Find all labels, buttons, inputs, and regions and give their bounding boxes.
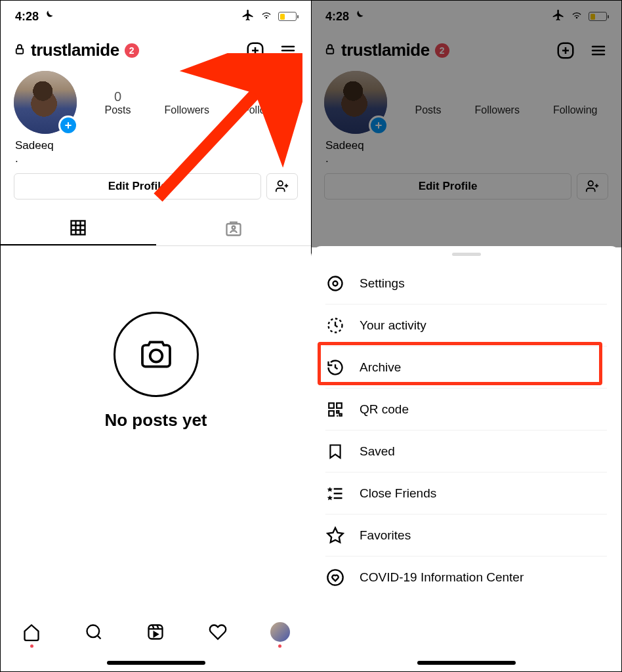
sheet-handle[interactable] [452,253,481,256]
home-indicator [417,661,516,665]
svg-rect-17 [337,403,342,408]
star-icon [325,526,345,545]
menu-close-friends[interactable]: Close Friends [325,472,607,514]
archive-icon [325,358,345,377]
grid-icon [69,219,87,240]
phone-screenshot-left: 4:28 trustlamide 2 [1,1,311,671]
battery-icon [278,12,297,21]
no-posts-label: No posts yet [104,410,207,430]
display-name: Sadeeq [1,134,311,152]
bookmark-icon [325,442,345,461]
svg-rect-16 [329,403,334,408]
svg-point-5 [232,226,235,230]
qr-icon [325,400,345,419]
dim-overlay[interactable] [311,1,621,247]
clock-icon [325,316,345,335]
menu-saved[interactable]: Saved [325,430,607,472]
profile-header: trustlamide 2 [1,32,311,64]
home-indicator [107,661,205,665]
gear-icon [325,274,345,293]
menu-your-activity[interactable]: Your activity [325,304,607,346]
svg-point-19 [327,570,342,585]
svg-rect-8 [149,625,163,639]
nav-reels[interactable] [145,621,166,642]
camera-icon [114,312,199,397]
menu-settings[interactable]: Settings [325,262,607,304]
posts-stat[interactable]: 0 Posts [104,89,131,116]
list-star-icon [325,484,345,503]
edit-profile-button[interactable]: Edit Profile [14,173,261,200]
svg-point-13 [329,276,342,290]
notification-badge: 2 [125,43,139,58]
nav-avatar-icon [270,622,290,642]
nav-search[interactable] [83,621,104,642]
nav-profile[interactable] [270,621,291,642]
wifi-icon [260,10,273,24]
menu-button[interactable] [278,41,298,60]
discover-people-button[interactable] [266,173,298,200]
add-story-icon [58,116,78,135]
username-label: trustlamide [31,40,119,60]
svg-point-14 [333,281,338,285]
create-button[interactable] [245,41,265,60]
menu-sheet: Settings Your activity Archive [311,246,621,671]
avatar[interactable] [14,71,77,134]
status-time: 4:28 [15,10,39,24]
nav-activity[interactable] [207,621,228,642]
tagged-icon [224,219,243,240]
menu-archive[interactable]: Archive [325,346,607,388]
menu-covid[interactable]: COVID-19 Information Center [325,556,607,598]
svg-rect-18 [329,411,334,416]
nav-home[interactable] [21,621,42,642]
following-stat[interactable]: Following [243,89,287,116]
followers-stat[interactable]: Followers [164,89,209,116]
svg-point-6 [150,350,162,362]
menu-favorites[interactable]: Favorites [325,514,607,556]
bottom-nav [1,612,311,671]
svg-point-2 [278,181,283,186]
svg-rect-0 [16,49,24,54]
heart-circle-icon [325,568,345,587]
tab-tagged[interactable] [156,214,312,245]
svg-point-7 [87,625,99,638]
status-bar: 4:28 [1,1,311,32]
username-dropdown[interactable]: trustlamide 2 [14,40,139,60]
tab-grid[interactable] [1,214,156,245]
empty-posts: No posts yet [1,246,311,430]
menu-qr-code[interactable]: QR code [325,388,607,430]
airplane-icon [241,9,255,25]
phone-screenshot-right: 4:28 [311,1,621,671]
moon-icon [43,9,54,24]
lock-icon [14,42,26,59]
bio-text: . [1,152,311,163]
svg-rect-3 [72,221,85,235]
